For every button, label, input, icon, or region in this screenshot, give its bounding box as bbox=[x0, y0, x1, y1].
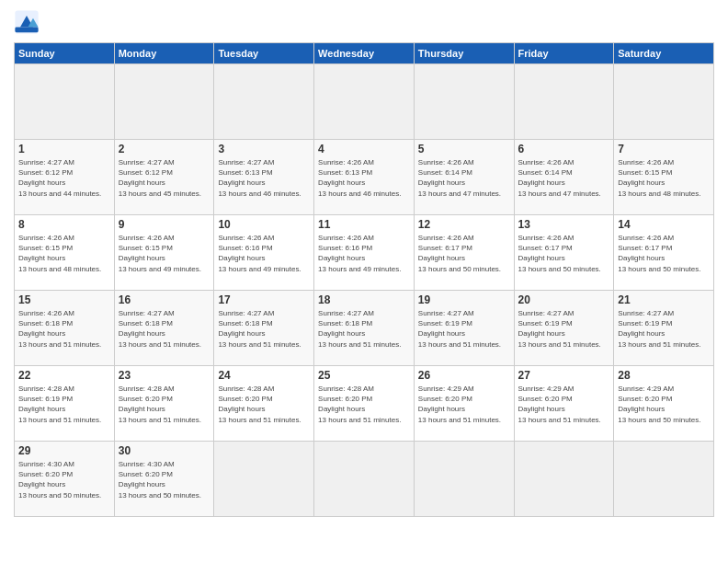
day-number: 21 bbox=[618, 293, 710, 306]
calendar-header-saturday: Saturday bbox=[614, 43, 714, 64]
calendar-week-row: 22Sunrise: 4:28 AMSunset: 6:19 PMDayligh… bbox=[15, 366, 714, 442]
day-info: Sunrise: 4:27 AMSunset: 6:19 PMDaylight … bbox=[418, 308, 510, 350]
day-number: 29 bbox=[18, 444, 110, 457]
calendar-cell bbox=[614, 64, 714, 140]
header bbox=[14, 9, 714, 35]
calendar-cell: 14Sunrise: 4:26 AMSunset: 6:17 PMDayligh… bbox=[614, 215, 714, 291]
day-number: 16 bbox=[119, 293, 210, 306]
calendar-cell bbox=[214, 442, 314, 517]
calendar-cell: 5Sunrise: 4:26 AMSunset: 6:14 PMDaylight… bbox=[414, 140, 514, 215]
calendar-cell bbox=[414, 442, 514, 517]
calendar-cell: 24Sunrise: 4:28 AMSunset: 6:20 PMDayligh… bbox=[214, 366, 314, 442]
calendar-table: SundayMondayTuesdayWednesdayThursdayFrid… bbox=[14, 42, 714, 517]
day-number: 26 bbox=[418, 369, 510, 382]
day-info: Sunrise: 4:27 AMSunset: 6:13 PMDaylight … bbox=[218, 157, 310, 199]
day-info: Sunrise: 4:27 AMSunset: 6:19 PMDaylight … bbox=[518, 308, 610, 350]
day-info: Sunrise: 4:28 AMSunset: 6:19 PMDaylight … bbox=[18, 384, 110, 425]
calendar-header-friday: Friday bbox=[514, 43, 614, 64]
day-info: Sunrise: 4:26 AMSunset: 6:16 PMDaylight … bbox=[318, 233, 410, 274]
day-info: Sunrise: 4:26 AMSunset: 6:17 PMDaylight … bbox=[618, 233, 710, 274]
calendar-cell: 30Sunrise: 4:30 AMSunset: 6:20 PMDayligh… bbox=[114, 442, 214, 517]
calendar-cell: 19Sunrise: 4:27 AMSunset: 6:19 PMDayligh… bbox=[414, 291, 514, 366]
calendar-cell: 17Sunrise: 4:27 AMSunset: 6:18 PMDayligh… bbox=[214, 291, 314, 366]
day-number: 28 bbox=[618, 369, 710, 382]
day-number: 8 bbox=[18, 218, 110, 231]
day-number: 10 bbox=[218, 218, 310, 231]
day-info: Sunrise: 4:26 AMSunset: 6:15 PMDaylight … bbox=[18, 233, 110, 274]
day-number: 3 bbox=[218, 143, 310, 155]
calendar-cell: 25Sunrise: 4:28 AMSunset: 6:20 PMDayligh… bbox=[314, 366, 415, 442]
calendar-week-row: 29Sunrise: 4:30 AMSunset: 6:20 PMDayligh… bbox=[15, 442, 714, 517]
day-number: 30 bbox=[119, 444, 210, 457]
calendar-cell: 4Sunrise: 4:26 AMSunset: 6:13 PMDaylight… bbox=[314, 140, 415, 215]
calendar-cell: 21Sunrise: 4:27 AMSunset: 6:19 PMDayligh… bbox=[614, 291, 714, 366]
calendar-cell: 15Sunrise: 4:26 AMSunset: 6:18 PMDayligh… bbox=[15, 291, 115, 366]
calendar-cell: 3Sunrise: 4:27 AMSunset: 6:13 PMDaylight… bbox=[214, 140, 314, 215]
calendar-cell bbox=[214, 64, 314, 140]
day-number: 18 bbox=[318, 293, 410, 306]
calendar-header-tuesday: Tuesday bbox=[214, 43, 314, 64]
calendar-cell bbox=[614, 442, 714, 517]
day-number: 22 bbox=[18, 369, 110, 382]
day-info: Sunrise: 4:29 AMSunset: 6:20 PMDaylight … bbox=[618, 384, 710, 425]
day-number: 6 bbox=[518, 143, 610, 155]
day-number: 24 bbox=[218, 369, 310, 382]
day-info: Sunrise: 4:30 AMSunset: 6:20 PMDaylight … bbox=[119, 459, 210, 500]
calendar-header-thursday: Thursday bbox=[414, 43, 514, 64]
day-info: Sunrise: 4:29 AMSunset: 6:20 PMDaylight … bbox=[518, 384, 610, 425]
day-number: 7 bbox=[618, 143, 710, 155]
day-info: Sunrise: 4:28 AMSunset: 6:20 PMDaylight … bbox=[119, 384, 210, 425]
calendar-cell: 2Sunrise: 4:27 AMSunset: 6:12 PMDaylight… bbox=[114, 140, 214, 215]
day-number: 9 bbox=[119, 218, 210, 231]
logo bbox=[14, 9, 43, 35]
calendar-cell: 9Sunrise: 4:26 AMSunset: 6:15 PMDaylight… bbox=[114, 215, 214, 291]
calendar-cell bbox=[414, 64, 514, 140]
day-number: 11 bbox=[318, 218, 410, 231]
calendar-cell bbox=[114, 64, 214, 140]
calendar-cell: 18Sunrise: 4:27 AMSunset: 6:18 PMDayligh… bbox=[314, 291, 415, 366]
day-number: 14 bbox=[618, 218, 710, 231]
day-info: Sunrise: 4:29 AMSunset: 6:20 PMDaylight … bbox=[418, 384, 510, 425]
calendar-cell bbox=[15, 64, 115, 140]
calendar-cell bbox=[314, 64, 415, 140]
logo-icon bbox=[14, 9, 40, 35]
day-info: Sunrise: 4:26 AMSunset: 6:15 PMDaylight … bbox=[119, 233, 210, 274]
calendar-cell bbox=[314, 442, 415, 517]
calendar-cell: 13Sunrise: 4:26 AMSunset: 6:17 PMDayligh… bbox=[514, 215, 614, 291]
calendar-header-monday: Monday bbox=[114, 43, 214, 64]
day-number: 2 bbox=[119, 143, 210, 155]
calendar-cell: 16Sunrise: 4:27 AMSunset: 6:18 PMDayligh… bbox=[114, 291, 214, 366]
day-info: Sunrise: 4:27 AMSunset: 6:19 PMDaylight … bbox=[618, 308, 710, 350]
day-number: 27 bbox=[518, 369, 610, 382]
day-number: 23 bbox=[119, 369, 210, 382]
day-number: 25 bbox=[318, 369, 410, 382]
day-info: Sunrise: 4:26 AMSunset: 6:18 PMDaylight … bbox=[18, 308, 110, 350]
day-info: Sunrise: 4:27 AMSunset: 6:12 PMDaylight … bbox=[119, 157, 210, 199]
day-info: Sunrise: 4:26 AMSunset: 6:14 PMDaylight … bbox=[518, 157, 610, 199]
day-number: 4 bbox=[318, 143, 410, 155]
calendar-cell: 11Sunrise: 4:26 AMSunset: 6:16 PMDayligh… bbox=[314, 215, 415, 291]
day-number: 13 bbox=[518, 218, 610, 231]
day-number: 19 bbox=[418, 293, 510, 306]
calendar-cell bbox=[514, 64, 614, 140]
calendar-week-row: 1Sunrise: 4:27 AMSunset: 6:12 PMDaylight… bbox=[15, 140, 714, 215]
day-info: Sunrise: 4:28 AMSunset: 6:20 PMDaylight … bbox=[218, 384, 310, 425]
calendar-cell: 6Sunrise: 4:26 AMSunset: 6:14 PMDaylight… bbox=[514, 140, 614, 215]
calendar-week-row: 15Sunrise: 4:26 AMSunset: 6:18 PMDayligh… bbox=[15, 291, 714, 366]
calendar-cell: 7Sunrise: 4:26 AMSunset: 6:15 PMDaylight… bbox=[614, 140, 714, 215]
calendar-cell: 10Sunrise: 4:26 AMSunset: 6:16 PMDayligh… bbox=[214, 215, 314, 291]
calendar-cell: 29Sunrise: 4:30 AMSunset: 6:20 PMDayligh… bbox=[15, 442, 115, 517]
day-info: Sunrise: 4:26 AMSunset: 6:16 PMDaylight … bbox=[218, 233, 310, 274]
day-info: Sunrise: 4:27 AMSunset: 6:18 PMDaylight … bbox=[318, 308, 410, 350]
day-info: Sunrise: 4:27 AMSunset: 6:18 PMDaylight … bbox=[119, 308, 210, 350]
calendar-cell: 23Sunrise: 4:28 AMSunset: 6:20 PMDayligh… bbox=[114, 366, 214, 442]
calendar-cell: 20Sunrise: 4:27 AMSunset: 6:19 PMDayligh… bbox=[514, 291, 614, 366]
day-info: Sunrise: 4:26 AMSunset: 6:14 PMDaylight … bbox=[418, 157, 510, 199]
day-number: 15 bbox=[18, 293, 110, 306]
calendar-week-row bbox=[15, 64, 714, 140]
calendar-header-row: SundayMondayTuesdayWednesdayThursdayFrid… bbox=[15, 43, 714, 64]
calendar-cell: 28Sunrise: 4:29 AMSunset: 6:20 PMDayligh… bbox=[614, 366, 714, 442]
day-info: Sunrise: 4:26 AMSunset: 6:15 PMDaylight … bbox=[618, 157, 710, 199]
day-info: Sunrise: 4:26 AMSunset: 6:13 PMDaylight … bbox=[318, 157, 410, 199]
page-container: SundayMondayTuesdayWednesdayThursdayFrid… bbox=[0, 0, 728, 526]
